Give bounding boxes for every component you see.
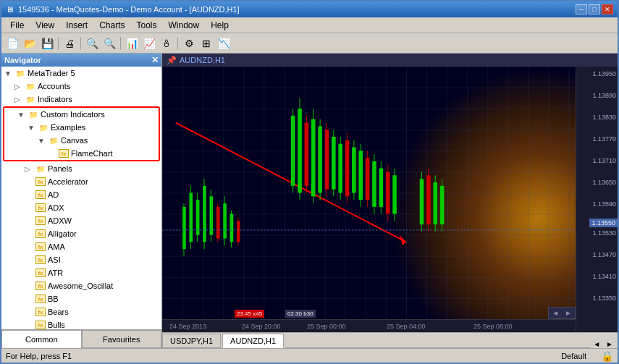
menu-view[interactable]: View <box>30 19 60 32</box>
tree-label-adx: ADX <box>48 203 64 212</box>
tree-label-alligator: Alligator <box>48 229 77 238</box>
indicator-icon: fx <box>35 281 46 291</box>
tab-scroll-left[interactable]: ◄ <box>590 340 603 348</box>
navigator-close-button[interactable]: ✕ <box>151 55 159 65</box>
time-label-0: 24 Sep 2013 <box>169 323 206 330</box>
chart-area[interactable]: 📌 AUDNZD,H1 <box>162 54 618 332</box>
tree-label-accelerator: Accelerator <box>48 177 88 186</box>
title-bar-controls[interactable]: ─ □ ✕ <box>576 4 613 14</box>
folder-icon: 📁 <box>38 122 49 132</box>
tree-item-awesome[interactable]: fx Awesome_Oscillat <box>1 279 161 292</box>
scroll-right-btn[interactable]: ► <box>562 308 575 318</box>
tab-common[interactable]: Common <box>1 330 82 348</box>
toolbar: 📄 📂 💾 🖨 🔍 🔍 📊 📈 🕯 ⚙ ⊞ 📉 <box>1 33 618 54</box>
menu-insert[interactable]: Insert <box>60 19 93 32</box>
menu-help[interactable]: Help <box>205 19 235 32</box>
maximize-button[interactable]: □ <box>589 4 600 14</box>
tree-item-adxw[interactable]: fx ADXW <box>1 214 161 227</box>
chart-symbol: AUDNZD,H1 <box>180 56 225 64</box>
toolbar-chart[interactable]: 📊 <box>124 35 140 51</box>
tree-label-ama: AMA <box>48 242 65 251</box>
indicator-icon: fx <box>35 320 46 329</box>
status-bar: For Help, press F1 Default 🔒 <box>1 348 618 363</box>
chart-tab-audnzd[interactable]: AUDNZD,H1 <box>222 334 284 348</box>
folder-icon: 📁 <box>48 135 59 145</box>
title-bar-left: 🖥 1549536 - MetaQuotes-Demo - Demo Accou… <box>6 5 240 14</box>
price-label-10: 1.13410 <box>592 273 616 280</box>
chart-tab-usdjpy[interactable]: USDJPY,H1 <box>162 334 221 348</box>
toolbar-line[interactable]: 📈 <box>141 35 157 51</box>
toolbar-new[interactable]: 📄 <box>4 35 20 51</box>
tab-scroll-right[interactable]: ► <box>603 340 616 348</box>
price-label-highlighted: 1.13550 <box>589 219 618 227</box>
toolbar-zoom-out[interactable]: 🔍 <box>101 35 117 51</box>
tree-item-atr[interactable]: fx ATR <box>1 266 161 279</box>
toolbar-grid[interactable]: ⊞ <box>198 35 214 51</box>
title-bar: 🖥 1549536 - MetaQuotes-Demo - Demo Accou… <box>1 1 618 17</box>
tree-label-bears: Bears <box>48 308 69 316</box>
right-section: 📌 AUDNZD,H1 <box>162 54 618 348</box>
tree-item-custom-indicators[interactable]: ▼ 📁 Custom Indicators <box>4 108 159 121</box>
tree-label-asi: ASI <box>48 255 61 264</box>
menu-charts[interactable]: Charts <box>93 19 130 32</box>
folder-icon: 📁 <box>28 109 39 119</box>
minimize-button[interactable]: ─ <box>576 4 587 14</box>
toolbar-candle[interactable]: 🕯 <box>159 35 174 51</box>
tree-label-custom-indicators: Custom Indicators <box>41 110 105 119</box>
tree-item-bears[interactable]: fx Bears <box>1 305 161 318</box>
tree-label-flamechart: FlameChart <box>71 149 112 158</box>
price-label-2: 1.13890 <box>592 92 616 99</box>
scroll-left-btn[interactable]: ◄ <box>549 308 562 318</box>
close-button[interactable]: ✕ <box>602 4 613 14</box>
scroll-controls[interactable]: ◄ ► <box>548 307 576 319</box>
tree-item-indicators[interactable]: ▷ 📁 Indicators <box>1 93 161 106</box>
tree-label-awesome: Awesome_Oscillat <box>48 282 113 290</box>
time-label-2: 25 Sep 00:00 <box>307 323 346 330</box>
menu-window[interactable]: Window <box>163 19 206 32</box>
toolbar-open[interactable]: 📂 <box>22 35 38 51</box>
tree-item-adx[interactable]: fx ADX <box>1 201 161 214</box>
tree-item-asi[interactable]: fx ASI <box>1 253 161 266</box>
tree-item-bb[interactable]: fx BB <box>1 292 161 305</box>
menu-tools[interactable]: Tools <box>131 19 163 32</box>
chart-content[interactable]: 23:45 x45 02:30 b30 <box>162 67 576 319</box>
tree-item-accelerator[interactable]: fx Accelerator <box>1 175 161 188</box>
indicator-icon: fx <box>35 268 46 278</box>
price-label-7: 1.13590 <box>592 200 616 208</box>
tab-favourites[interactable]: Favourites <box>82 330 162 348</box>
tree-item-canvas[interactable]: ▼ 📁 Canvas <box>4 134 159 147</box>
help-text: For Help, press F1 <box>6 352 72 360</box>
tree-item-bulls[interactable]: fx Bulls <box>1 318 161 329</box>
expand-icon: ▷ <box>25 165 35 173</box>
price-label-5: 1.13710 <box>592 157 616 164</box>
tree-item-mt5[interactable]: ▼ 📁 MetaTrader 5 <box>1 67 161 80</box>
svg-rect-3 <box>182 207 186 249</box>
tree-label-mt5: MetaTrader 5 <box>28 69 75 77</box>
expand-icon: ▼ <box>28 124 38 132</box>
expand-icon: ▼ <box>38 137 48 145</box>
indicator-icon: fx <box>58 148 70 158</box>
nav-tree[interactable]: ▼ 📁 MetaTrader 5 ▷ 📁 Accounts ▷ 📁 Indica… <box>1 67 161 329</box>
tree-item-accounts[interactable]: ▷ 📁 Accounts <box>1 80 161 93</box>
toolbar-zoom-in[interactable]: 🔍 <box>84 35 100 51</box>
tree-item-alligator[interactable]: fx Alligator <box>1 227 161 240</box>
toolbar-sep4 <box>177 37 178 50</box>
custom-indicators-section: ▼ 📁 Custom Indicators ▼ 📁 Examples ▼ 📁 <box>3 106 160 161</box>
chart-canvas: 23:45 x45 02:30 b30 1.13950 1.13890 1.13… <box>162 67 618 332</box>
toolbar-print[interactable]: 🖨 <box>62 35 77 51</box>
tree-item-panels[interactable]: ▷ 📁 Panels <box>1 162 161 175</box>
indicator-icon: fx <box>35 203 46 213</box>
navigator-header: Navigator ✕ <box>1 54 161 67</box>
tree-item-flamechart[interactable]: fx FlameChart <box>4 147 159 160</box>
navigator-panel: Navigator ✕ ▼ 📁 MetaTrader 5 ▷ 📁 Account… <box>1 54 162 348</box>
toolbar-volume[interactable]: 📉 <box>216 35 232 51</box>
indicator-icon: fx <box>35 255 46 265</box>
tree-item-examples[interactable]: ▼ 📁 Examples <box>4 121 159 134</box>
tree-item-ad[interactable]: fx AD <box>1 188 161 201</box>
toolbar-save[interactable]: 💾 <box>39 35 55 51</box>
toolbar-indicator[interactable]: ⚙ <box>181 35 197 51</box>
tree-item-ama[interactable]: fx AMA <box>1 240 161 253</box>
tab-scroll[interactable]: ◄ ► <box>590 340 616 348</box>
price-label-6: 1.13650 <box>592 179 616 186</box>
menu-file[interactable]: File <box>4 19 30 32</box>
